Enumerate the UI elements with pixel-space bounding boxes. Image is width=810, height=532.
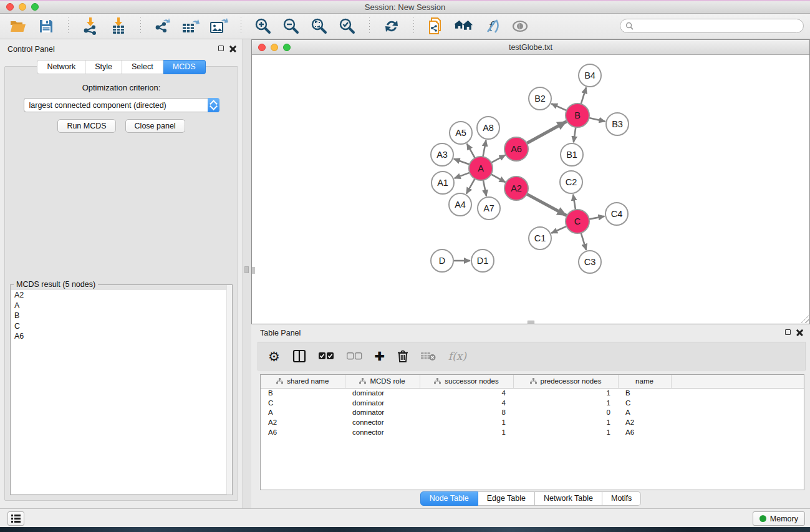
table-cell[interactable]: 1 [513,398,618,408]
zoom-out-icon[interactable] [282,17,301,36]
graph-node-D[interactable]: D [431,249,453,272]
table-cell[interactable]: 4 [420,388,513,398]
column-header-successor-nodes[interactable]: successor nodes [420,375,513,388]
result-list-item[interactable]: C [11,321,231,332]
delete-column-icon[interactable] [397,350,408,363]
show-graphics-icon[interactable] [511,17,529,36]
graph-node-A1[interactable]: A1 [432,172,454,194]
save-session-icon[interactable] [37,17,55,36]
show-columns-icon[interactable] [292,349,306,363]
graph-node-A8[interactable]: A8 [477,117,499,139]
table-cell[interactable]: 4 [420,398,513,408]
tab-select[interactable]: Select [122,60,163,74]
graph-node-B2[interactable]: B2 [529,87,551,110]
graph-edge[interactable] [491,174,506,182]
graph-node-C1[interactable]: C1 [529,227,551,249]
table-cell[interactable]: A2 [261,417,345,427]
graph-node-B[interactable]: B [566,104,589,127]
refresh-icon[interactable] [382,17,401,36]
resize-grip-icon[interactable] [801,316,809,323]
graph-node-D1[interactable]: D1 [471,249,494,272]
graph-node-C2[interactable]: C2 [560,171,582,193]
graph-edge[interactable] [574,127,576,142]
graph-edge[interactable] [551,226,567,233]
table-cell[interactable]: B [261,388,345,398]
import-network-icon[interactable] [81,17,100,36]
table-row[interactable]: Bdominator41B [261,388,804,398]
table-row[interactable]: Adominator80A [261,408,804,418]
function-builder-icon[interactable]: f(x) [448,350,466,362]
search-box[interactable] [620,19,804,33]
tab-edge-table[interactable]: Edge Table [478,491,535,506]
graph-edge[interactable] [526,194,567,216]
result-list-item[interactable]: B [11,311,231,321]
table-cell[interactable]: dominator [345,388,420,398]
graph-edge[interactable] [551,104,567,110]
table-body[interactable]: Bdominator41BCdominator41CAdominator80AA… [261,388,804,437]
graph-node-B1[interactable]: B1 [561,143,583,166]
graph-edge[interactable] [589,216,605,220]
table-cell[interactable]: 1 [420,427,513,437]
table-settings-gear-icon[interactable]: ⚙ [268,350,280,363]
graph-node-C4[interactable]: C4 [605,203,628,225]
table-cell[interactable]: 0 [513,408,618,418]
graph-node-A2[interactable]: A2 [504,177,528,200]
close-panel-button[interactable]: Close panel [125,119,185,133]
mcds-result-list[interactable]: A2ABCA6 [11,290,231,494]
table-cell[interactable]: A [618,408,671,418]
graph-node-C[interactable]: C [566,210,589,233]
result-list-scrollbar[interactable] [226,285,232,495]
tab-network[interactable]: Network [37,60,85,74]
graph-edge[interactable] [526,122,567,144]
zoom-fit-icon[interactable] [310,17,329,36]
run-mcds-button[interactable]: Run MCDS [57,119,115,133]
column-header-predecessor-nodes[interactable]: predecessor nodes [513,375,618,388]
graph-node-A7[interactable]: A7 [478,197,500,220]
zoom-selected-icon[interactable] [338,17,357,36]
import-table-icon[interactable] [109,17,128,36]
open-file-icon[interactable] [9,17,27,36]
tab-network-table[interactable]: Network Table [535,491,602,506]
graph-edge[interactable] [491,155,506,163]
home-icon[interactable] [455,17,473,36]
graph-edge[interactable] [467,143,475,158]
column-header-name[interactable]: name [618,375,671,388]
export-network-icon[interactable] [153,17,172,36]
delete-table-icon[interactable] [421,351,436,361]
export-table-icon[interactable] [181,17,200,36]
table-row[interactable]: A2connector11A2 [261,417,804,427]
select-all-icon[interactable] [319,352,334,360]
network-graph[interactable]: B4B2BB3A8A5A6A3B1AC2A1A2A4A7C4CC1DD1C3 [252,55,809,324]
graph-edge[interactable] [454,159,470,165]
graph-node-A6[interactable]: A6 [504,137,528,161]
network-canvas[interactable]: B4B2BB3A8A5A6A3B1AC2A1A2A4A7C4CC1DD1C3 [252,55,809,324]
table-cell[interactable]: A2 [618,417,671,427]
table-cell[interactable]: A6 [261,427,345,437]
tab-style[interactable]: Style [85,60,122,74]
table-row[interactable]: A6connector11A6 [261,427,804,437]
add-column-icon[interactable]: ✚ [375,351,385,362]
table-cell[interactable]: B [618,388,671,398]
table-cell[interactable]: dominator [345,398,420,408]
zoom-in-icon[interactable] [254,17,272,36]
graph-node-A4[interactable]: A4 [449,193,471,216]
result-list-item[interactable]: A6 [11,331,231,342]
result-list-item[interactable]: A2 [11,290,231,301]
network-window-titlebar[interactable]: testGlobe.txt [252,40,809,55]
graph-edge[interactable] [573,195,576,210]
table-cell[interactable]: 1 [513,417,618,427]
optimization-criterion-dropdown[interactable]: largest connected component (directed) [24,98,219,112]
graph-edge[interactable] [483,180,486,196]
memory-button[interactable]: Memory [753,511,805,526]
graph-node-B4[interactable]: B4 [579,64,601,87]
column-header-shared-name[interactable]: shared name [261,375,345,388]
hide-graphics-icon[interactable]: f [483,17,501,36]
table-cell[interactable]: connector [345,427,420,437]
search-input[interactable] [637,22,803,31]
graph-node-A3[interactable]: A3 [431,143,453,166]
table-cell[interactable]: A [261,408,345,418]
graph-edge[interactable] [455,172,471,178]
graph-node-A[interactable]: A [469,157,493,180]
table-cell[interactable]: connector [345,417,420,427]
task-history-button[interactable] [7,511,24,526]
